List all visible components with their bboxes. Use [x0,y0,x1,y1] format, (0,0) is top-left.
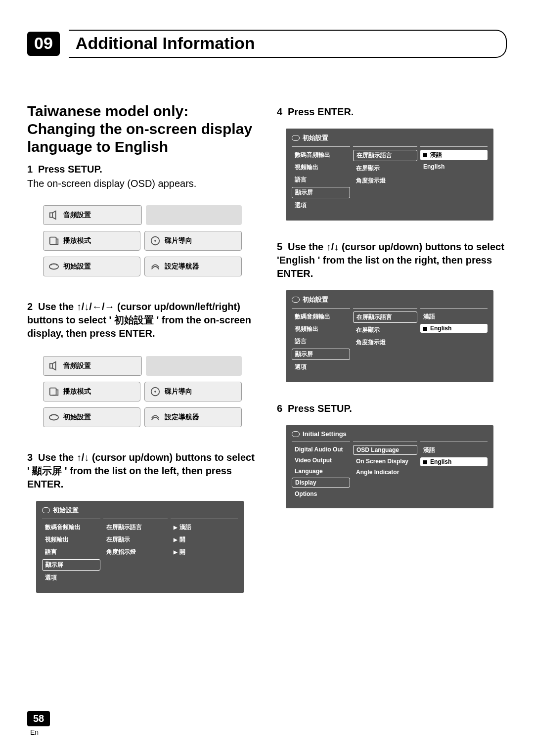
section-heading: Taiwanese model only: Changing the on-sc… [27,102,257,156]
step-3-label: 3Use the ↑/↓ (cursor up/down) buttons to… [27,451,257,491]
step-5-label: 5Use the ↑/↓ (cursor up/down) buttons to… [277,240,507,280]
svg-rect-1 [50,237,56,245]
step-4-label: 4Press ENTER. [277,105,507,119]
page-footer: 58 En [27,711,50,736]
svg-point-8 [154,391,156,393]
osd-panel-step6: Initial Settings Digital Audio Out Video… [286,425,493,508]
chapter-header: 09 Additional Information [27,30,507,58]
step-2-label: 2Use the ↑/↓/←/→ (cursor up/down/left/ri… [27,300,257,340]
osd-item-disc: 碟片導向 [144,231,242,251]
svg-rect-6 [50,388,56,396]
right-column: 4Press ENTER. 初始設置 數碼音頻輸出 視頻輸出 語言 顯示屏 選項… [277,102,507,613]
left-column: Taiwanese model only: Changing the on-sc… [27,102,257,613]
osd-menu-grid-1: 音頻設置 播放模式 碟片導向 初始設置 [41,202,244,279]
osd-panel-step3: 初始設置 數碼音頻輸出 視頻輸出 語言 顯示屏 選項 在屏顯示語言 在屏顯示 角… [36,501,244,593]
page-number: 58 [27,711,50,726]
step-1-desc: The on-screen display (OSD) appears. [27,178,257,189]
osd-item-playmode: 播放模式 [43,231,140,251]
osd-item-audio: 音頻設置 [43,205,142,225]
osd-item-navigator: 設定導航器 [144,257,242,276]
osd-item-initial: 初始設置 [43,257,140,276]
svg-rect-5 [50,363,53,368]
chapter-title: Additional Information [69,30,507,58]
svg-rect-0 [50,213,53,217]
svg-point-3 [154,240,156,242]
step-1-label: 1Press SETUP. [27,163,257,176]
step-6-label: 6Press SETUP. [277,402,507,415]
osd-panel-step5: 初始設置 數碼音頻輸出 視頻輸出 語言 顯示屏 選項 在屏顯示語言 在屏顯示 角… [286,290,493,382]
osd-panel-step4: 初始設置 數碼音頻輸出 視頻輸出 語言 顯示屏 選項 在屏顯示語言 在屏顯示 角… [286,129,493,221]
chapter-number-badge: 09 [27,32,60,56]
page-language: En [30,728,50,736]
osd-menu-grid-2: 音頻設置 播放模式 碟片導向 初始設置 設定導航器 [41,353,244,430]
loop-icon [42,507,50,513]
